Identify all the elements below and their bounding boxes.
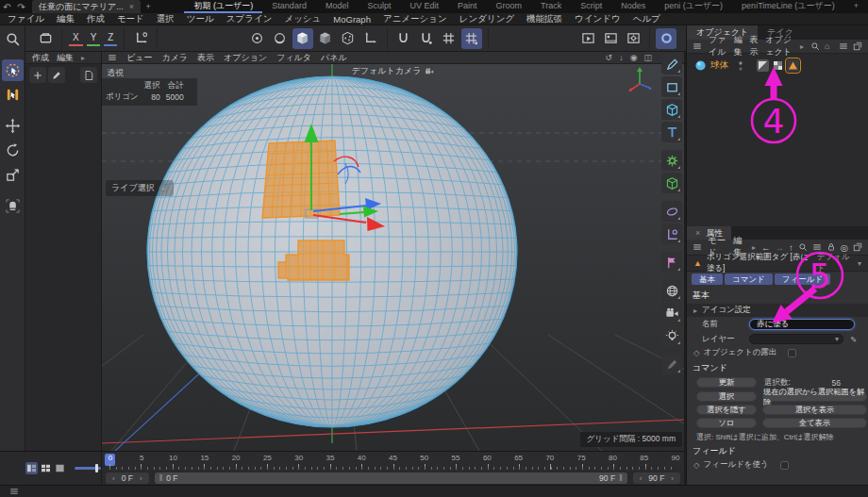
menu-item[interactable]: 作成 <box>87 13 105 25</box>
range-start-handle[interactable]: ‖ <box>159 473 163 483</box>
menu-item[interactable]: MoGraph <box>333 14 371 25</box>
current-frame-spinner[interactable]: ‹ 0 F › <box>106 472 149 484</box>
add-layout-button[interactable]: + <box>844 0 868 13</box>
viewport-menu-item[interactable]: カメラ <box>161 52 188 64</box>
layout-tab-startup[interactable]: 初期 (ユーザー) <box>184 0 262 13</box>
camera-object-icon[interactable] <box>661 303 682 323</box>
viewport-nav-icon[interactable]: ↓ <box>619 53 624 62</box>
search-icon[interactable] <box>798 242 808 252</box>
lock-icon[interactable] <box>826 242 836 252</box>
chevron-right-icon[interactable]: ▸ <box>800 42 804 51</box>
menu-item[interactable]: アニメーション <box>383 13 447 25</box>
menu-item[interactable]: メッシュ <box>284 13 321 25</box>
workplane-mode-icon[interactable] <box>360 28 381 49</box>
chevron-right-icon[interactable]: ▸ <box>752 243 756 252</box>
rotate-tool-icon[interactable] <box>2 140 24 161</box>
render-view-icon[interactable] <box>577 28 598 49</box>
range-end-handle[interactable]: ‖ <box>619 473 623 483</box>
close-icon[interactable]: × <box>695 228 700 238</box>
undo-history-icon[interactable] <box>35 28 56 49</box>
show-selection-button[interactable]: 選択を表示 <box>762 405 867 415</box>
status-menu-icon[interactable] <box>9 487 19 496</box>
forward-icon[interactable]: → <box>775 242 784 253</box>
hamburger-icon[interactable] <box>693 242 702 252</box>
viewport-nav-icon[interactable]: ◉ <box>630 53 638 62</box>
back-icon[interactable]: ← <box>761 242 771 253</box>
edit-layer-icon[interactable]: ✎ <box>850 335 857 344</box>
object-manager-menu-item[interactable]: 編集 <box>734 34 743 58</box>
viewport-menu-item[interactable]: ビュー <box>126 52 152 64</box>
attribute-section-tab[interactable]: コマンド <box>725 273 773 285</box>
solo-button[interactable]: ソロ <box>696 418 757 428</box>
hamburger-icon[interactable] <box>108 53 117 62</box>
layout-tab[interactable]: Track <box>531 0 571 13</box>
viewport-nav-icon[interactable]: ◫ <box>643 53 652 62</box>
snap-settings-icon[interactable] <box>416 28 437 49</box>
chevron-down-icon[interactable]: ▾ <box>858 259 861 268</box>
points-mode-icon[interactable] <box>247 28 268 49</box>
icon-settings-group[interactable]: ▸ アイコン設定 <box>687 304 868 317</box>
layout-tab[interactable]: peniTimeLine (ユーザー) <box>732 0 844 13</box>
spline-rectangle-icon[interactable] <box>661 76 682 97</box>
preset-dropdown[interactable]: デフォルト <box>817 252 853 274</box>
frame-next-icon[interactable]: › <box>671 474 674 483</box>
menu-item[interactable]: ツール <box>187 13 214 25</box>
preview-range-slider[interactable]: ‖ 0 F 90 F ‖ <box>155 472 627 484</box>
polygon-selection-tag-icon[interactable] <box>787 59 799 72</box>
spline-pen-icon[interactable] <box>661 54 682 75</box>
document-tab[interactable]: 任意の面にマテリア... × <box>32 0 141 13</box>
show-all-button[interactable]: 全て表示 <box>762 418 867 428</box>
object-manager-menu-item[interactable]: 表示 <box>750 34 760 58</box>
uv-tag-icon[interactable] <box>772 59 784 72</box>
layout-tab[interactable]: Script <box>571 0 611 13</box>
material-large-view-icon[interactable] <box>54 462 66 474</box>
close-tab-icon[interactable]: × <box>129 2 134 11</box>
quantize-toggle-icon[interactable] <box>461 28 482 49</box>
search-icon[interactable] <box>810 41 820 51</box>
menu-item[interactable]: 編集 <box>57 13 75 25</box>
timeline-ruler[interactable]: 051015202530354045505560657075808590 <box>102 452 684 471</box>
menu-item[interactable]: モード <box>117 13 144 25</box>
filter-icon[interactable] <box>812 242 822 252</box>
menu-item[interactable]: 選択 <box>157 13 175 25</box>
end-frame-spinner[interactable]: ‹ 90 F › <box>633 472 680 484</box>
layout-tab[interactable]: Paint <box>448 0 487 13</box>
object-manager-menu-item[interactable]: ファイル <box>709 34 727 58</box>
hamburger-icon[interactable] <box>693 41 702 51</box>
layout-tab[interactable]: Sculpt <box>358 0 400 13</box>
frame-next-icon[interactable]: › <box>140 474 142 483</box>
attribute-section-tab[interactable]: 基本 <box>692 273 723 285</box>
new-document-button[interactable]: + <box>141 2 156 11</box>
camera-label[interactable]: デフォルトカメラ <box>352 65 435 77</box>
viewport-menu-item[interactable]: フィルタ <box>276 52 311 64</box>
home-icon[interactable]: ⌂ <box>825 41 834 51</box>
object-name[interactable]: 球体 <box>710 59 728 72</box>
environment-icon[interactable] <box>661 280 682 301</box>
draw-pen-icon[interactable] <box>48 67 65 83</box>
hide-selection-button[interactable]: 選択を隠す <box>696 405 757 415</box>
use-fields-checkbox[interactable] <box>780 461 789 470</box>
up-icon[interactable]: ↑ <box>789 242 793 253</box>
undo-icon[interactable]: ↶ <box>0 2 14 12</box>
create-panel-menu-item[interactable]: 作成 <box>32 52 49 64</box>
coordinate-system-icon[interactable] <box>130 28 151 49</box>
object-row-sphere[interactable]: 球体 <box>687 58 868 73</box>
frame-prev-icon[interactable]: ‹ <box>112 474 115 483</box>
panel-page-icon[interactable] <box>80 67 97 83</box>
text-object-icon[interactable] <box>661 122 682 142</box>
model-mode-icon[interactable] <box>315 28 336 49</box>
tool-hud-expand-icon[interactable]: ▸ <box>159 184 168 192</box>
scale-tool-icon[interactable] <box>2 164 24 186</box>
render-picture-viewer-icon[interactable] <box>600 28 621 49</box>
select-button[interactable]: 選択 <box>696 391 757 402</box>
layer-dropdown[interactable]: ▾ <box>749 334 843 344</box>
grid-toggle-icon[interactable] <box>439 28 459 49</box>
sphere-object-icon[interactable] <box>694 59 707 72</box>
material-list-view-icon[interactable] <box>25 462 38 474</box>
render-settings-icon[interactable] <box>623 28 643 49</box>
axis-lock-z[interactable]: Z <box>104 31 117 46</box>
content-browser-icon[interactable] <box>656 28 676 49</box>
exposure-checkbox[interactable] <box>788 349 796 357</box>
viewport-menu-item[interactable]: オプション <box>224 52 267 64</box>
animation-dot-icon[interactable]: ◇ <box>693 348 700 357</box>
